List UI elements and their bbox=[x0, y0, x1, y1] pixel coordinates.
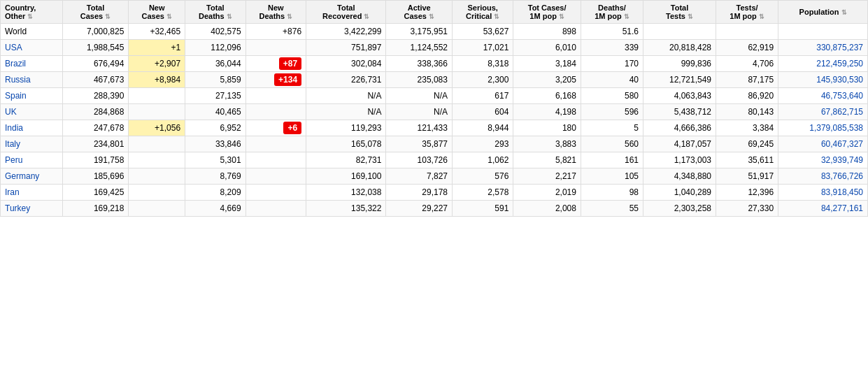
country-link[interactable]: Germany bbox=[5, 171, 39, 181]
column-header-active_cases[interactable]: ActiveCases ⇅ bbox=[386, 1, 453, 24]
country-link[interactable]: Turkey bbox=[5, 203, 30, 213]
total-deaths-cell: 8,769 bbox=[185, 168, 246, 185]
deaths-1m-cell: 596 bbox=[581, 104, 643, 120]
population-cell: 145,930,530 bbox=[778, 72, 868, 88]
total-recovered-cell: 82,731 bbox=[306, 152, 386, 168]
country-link[interactable]: Iran bbox=[5, 187, 20, 197]
total-cases-cell: 169,425 bbox=[62, 185, 129, 201]
deaths-1m-cell: 51.6 bbox=[581, 24, 643, 40]
total-recovered-cell: 226,731 bbox=[306, 72, 386, 88]
deaths-1m-cell: 105 bbox=[581, 168, 643, 185]
country-cell[interactable]: Germany bbox=[1, 168, 63, 185]
tot-cases-1m-cell: 5,821 bbox=[513, 152, 581, 168]
serious-critical-cell: 576 bbox=[452, 168, 513, 185]
column-header-deaths_1m[interactable]: Deaths/1M pop ⇅ bbox=[581, 1, 643, 24]
country-cell[interactable]: Iran bbox=[1, 185, 63, 201]
column-header-population[interactable]: Population ⇅ bbox=[778, 1, 868, 24]
country-link[interactable]: UK bbox=[5, 107, 17, 117]
new-deaths-cell bbox=[246, 88, 306, 104]
tests-1m-cell: 86,920 bbox=[716, 88, 778, 104]
deaths-1m-cell: 55 bbox=[581, 201, 643, 217]
deaths-1m-cell: 170 bbox=[581, 56, 643, 72]
active-cases-cell: 103,726 bbox=[386, 152, 453, 168]
new-deaths-cell bbox=[246, 136, 306, 152]
column-header-total_recovered[interactable]: TotalRecovered ⇅ bbox=[306, 1, 386, 24]
country-link[interactable]: Italy bbox=[5, 139, 20, 149]
tests-1m-cell: 51,917 bbox=[716, 168, 778, 185]
country-link[interactable]: Peru bbox=[5, 155, 22, 165]
active-cases-cell: 29,178 bbox=[386, 185, 453, 201]
new-deaths-cell bbox=[246, 201, 306, 217]
total-cases-cell: 7,000,825 bbox=[62, 24, 129, 40]
country-cell[interactable]: USA bbox=[1, 40, 63, 56]
population-cell bbox=[778, 24, 868, 40]
new-cases-cell bbox=[129, 168, 185, 185]
total-deaths-cell: 36,044 bbox=[185, 56, 246, 72]
country-cell[interactable]: Peru bbox=[1, 152, 63, 168]
table-row: Spain288,39027,135N/AN/A6176,1685804,063… bbox=[1, 88, 868, 104]
table-row: World7,000,825+32,465402,575+8763,422,29… bbox=[1, 24, 868, 40]
column-header-new_deaths[interactable]: NewDeaths ⇅ bbox=[246, 1, 306, 24]
total-tests-cell: 20,818,428 bbox=[643, 40, 716, 56]
population-cell: 67,862,715 bbox=[778, 104, 868, 120]
population-cell: 60,467,327 bbox=[778, 136, 868, 152]
country-cell[interactable]: Turkey bbox=[1, 201, 63, 217]
total-cases-cell: 1,988,545 bbox=[62, 40, 129, 56]
new-cases-cell: +8,984 bbox=[129, 72, 185, 88]
total-recovered-cell: 751,897 bbox=[306, 40, 386, 56]
country-link[interactable]: Brazil bbox=[5, 59, 26, 69]
country-link[interactable]: Spain bbox=[5, 91, 27, 101]
total-cases-cell: 234,801 bbox=[62, 136, 129, 152]
total-cases-cell: 288,390 bbox=[62, 88, 129, 104]
country-cell[interactable]: Brazil bbox=[1, 56, 63, 72]
tests-1m-cell: 87,175 bbox=[716, 72, 778, 88]
column-header-new_cases[interactable]: NewCases ⇅ bbox=[129, 1, 185, 24]
country-cell[interactable]: Russia bbox=[1, 72, 63, 88]
tests-1m-cell: 35,611 bbox=[716, 152, 778, 168]
new-cases-cell: +2,907 bbox=[129, 56, 185, 72]
new-cases-cell bbox=[129, 104, 185, 120]
country-cell[interactable]: India bbox=[1, 120, 63, 136]
tot-cases-1m-cell: 2,217 bbox=[513, 168, 581, 185]
population-cell: 1,379,085,538 bbox=[778, 120, 868, 136]
total-tests-cell: 2,303,258 bbox=[643, 201, 716, 217]
total-deaths-cell: 4,669 bbox=[185, 201, 246, 217]
total-recovered-cell: 3,422,299 bbox=[306, 24, 386, 40]
new-cases-cell: +1 bbox=[129, 40, 185, 56]
new-cases-cell bbox=[129, 88, 185, 104]
column-header-tests_1m[interactable]: Tests/1M pop ⇅ bbox=[716, 1, 778, 24]
total-recovered-cell: 135,322 bbox=[306, 201, 386, 217]
total-deaths-cell: 5,301 bbox=[185, 152, 246, 168]
table-row: Turkey169,2184,669135,32229,2275912,0085… bbox=[1, 201, 868, 217]
column-header-total_deaths[interactable]: TotalDeaths ⇅ bbox=[185, 1, 246, 24]
population-cell: 83,918,450 bbox=[778, 185, 868, 201]
column-header-country[interactable]: Country,Other ⇅ bbox=[1, 1, 63, 24]
country-link[interactable]: India bbox=[5, 123, 23, 133]
country-cell[interactable]: UK bbox=[1, 104, 63, 120]
column-header-total_cases[interactable]: TotalCases ⇅ bbox=[62, 1, 129, 24]
population-cell: 84,277,161 bbox=[778, 201, 868, 217]
column-header-serious_critical[interactable]: Serious,Critical ⇅ bbox=[452, 1, 513, 24]
tests-1m-cell: 12,396 bbox=[716, 185, 778, 201]
country-link[interactable]: USA bbox=[5, 43, 22, 52]
total-cases-cell: 676,494 bbox=[62, 56, 129, 72]
country-link[interactable]: Russia bbox=[5, 75, 31, 85]
serious-critical-cell: 604 bbox=[452, 104, 513, 120]
country-cell[interactable]: Italy bbox=[1, 136, 63, 152]
total-cases-cell: 169,218 bbox=[62, 201, 129, 217]
column-header-total_tests[interactable]: TotalTests ⇅ bbox=[643, 1, 716, 24]
table-row: Brazil676,494+2,90736,044+87302,084338,3… bbox=[1, 56, 868, 72]
new-cases-cell bbox=[129, 152, 185, 168]
total-tests-cell: 5,438,712 bbox=[643, 104, 716, 120]
column-header-tot_cases_1m[interactable]: Tot Cases/1M pop ⇅ bbox=[513, 1, 581, 24]
new-deaths-cell: +87 bbox=[246, 56, 306, 72]
total-tests-cell: 4,666,386 bbox=[643, 120, 716, 136]
total-deaths-cell: 6,952 bbox=[185, 120, 246, 136]
tot-cases-1m-cell: 3,205 bbox=[513, 72, 581, 88]
serious-critical-cell: 2,578 bbox=[452, 185, 513, 201]
country-cell[interactable]: Spain bbox=[1, 88, 63, 104]
total-recovered-cell: 169,100 bbox=[306, 168, 386, 185]
active-cases-cell: 3,175,951 bbox=[386, 24, 453, 40]
serious-critical-cell: 53,627 bbox=[452, 24, 513, 40]
deaths-1m-cell: 339 bbox=[581, 40, 643, 56]
